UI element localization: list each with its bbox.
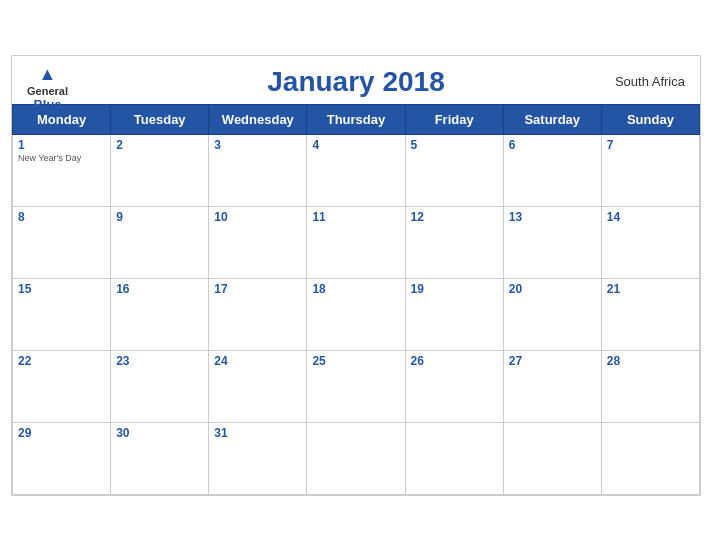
logo-bird-icon: ▲	[39, 64, 57, 85]
col-sunday: Sunday	[601, 104, 699, 134]
col-thursday: Thursday	[307, 104, 405, 134]
calendar-day-cell: 24	[209, 350, 307, 422]
calendar-day-cell: 14	[601, 206, 699, 278]
day-number: 19	[411, 282, 498, 296]
day-number: 25	[312, 354, 399, 368]
logo-general: General	[27, 85, 68, 97]
calendar-day-cell: 29	[13, 422, 111, 494]
day-number: 26	[411, 354, 498, 368]
calendar-day-cell: 7	[601, 134, 699, 206]
calendar-day-cell: 31	[209, 422, 307, 494]
day-number: 5	[411, 138, 498, 152]
calendar-day-cell	[307, 422, 405, 494]
day-number: 11	[312, 210, 399, 224]
calendar-day-cell: 11	[307, 206, 405, 278]
calendar-day-cell: 19	[405, 278, 503, 350]
calendar-day-cell: 21	[601, 278, 699, 350]
calendar-day-cell: 22	[13, 350, 111, 422]
calendar-day-cell: 4	[307, 134, 405, 206]
calendar-day-cell	[405, 422, 503, 494]
day-number: 27	[509, 354, 596, 368]
col-wednesday: Wednesday	[209, 104, 307, 134]
day-number: 12	[411, 210, 498, 224]
day-number: 6	[509, 138, 596, 152]
day-number: 21	[607, 282, 694, 296]
day-number: 17	[214, 282, 301, 296]
day-number: 8	[18, 210, 105, 224]
calendar-day-cell: 20	[503, 278, 601, 350]
day-number: 1	[18, 138, 105, 152]
calendar-day-cell: 18	[307, 278, 405, 350]
day-number: 30	[116, 426, 203, 440]
calendar-week-row: 891011121314	[13, 206, 700, 278]
day-number: 14	[607, 210, 694, 224]
calendar-day-cell: 26	[405, 350, 503, 422]
calendar-day-cell: 15	[13, 278, 111, 350]
day-number: 2	[116, 138, 203, 152]
holiday-label: New Year's Day	[18, 153, 105, 163]
calendar-header-row: Monday Tuesday Wednesday Thursday Friday…	[13, 104, 700, 134]
calendar-day-cell	[503, 422, 601, 494]
calendar-day-cell: 27	[503, 350, 601, 422]
calendar-day-cell: 28	[601, 350, 699, 422]
country-label: South Africa	[615, 74, 685, 89]
calendar-day-cell: 30	[111, 422, 209, 494]
day-number: 28	[607, 354, 694, 368]
calendar-week-row: 293031	[13, 422, 700, 494]
calendar-day-cell: 13	[503, 206, 601, 278]
calendar-day-cell: 3	[209, 134, 307, 206]
day-number: 3	[214, 138, 301, 152]
calendar-day-cell: 1New Year's Day	[13, 134, 111, 206]
day-number: 9	[116, 210, 203, 224]
calendar-day-cell: 8	[13, 206, 111, 278]
day-number: 24	[214, 354, 301, 368]
day-number: 23	[116, 354, 203, 368]
col-tuesday: Tuesday	[111, 104, 209, 134]
calendar-container: ▲ General Blue January 2018 South Africa…	[11, 55, 701, 496]
day-number: 4	[312, 138, 399, 152]
calendar-day-cell: 25	[307, 350, 405, 422]
calendar-header: ▲ General Blue January 2018 South Africa	[12, 56, 700, 104]
calendar-week-row: 15161718192021	[13, 278, 700, 350]
calendar-day-cell: 16	[111, 278, 209, 350]
day-number: 22	[18, 354, 105, 368]
month-title: January 2018	[267, 66, 444, 98]
calendar-body: 1New Year's Day2345678910111213141516171…	[13, 134, 700, 494]
calendar-day-cell: 17	[209, 278, 307, 350]
calendar-day-cell: 6	[503, 134, 601, 206]
col-friday: Friday	[405, 104, 503, 134]
calendar-day-cell: 12	[405, 206, 503, 278]
calendar-day-cell: 9	[111, 206, 209, 278]
calendar-week-row: 1New Year's Day234567	[13, 134, 700, 206]
day-number: 7	[607, 138, 694, 152]
calendar-day-cell: 10	[209, 206, 307, 278]
calendar-day-cell: 2	[111, 134, 209, 206]
calendar-day-cell: 23	[111, 350, 209, 422]
day-number: 31	[214, 426, 301, 440]
day-number: 15	[18, 282, 105, 296]
day-number: 18	[312, 282, 399, 296]
col-saturday: Saturday	[503, 104, 601, 134]
calendar-table: Monday Tuesday Wednesday Thursday Friday…	[12, 104, 700, 495]
calendar-day-cell	[601, 422, 699, 494]
calendar-day-cell: 5	[405, 134, 503, 206]
day-number: 16	[116, 282, 203, 296]
day-number: 10	[214, 210, 301, 224]
day-number: 29	[18, 426, 105, 440]
calendar-week-row: 22232425262728	[13, 350, 700, 422]
day-number: 20	[509, 282, 596, 296]
logo: ▲ General Blue	[27, 64, 68, 112]
logo-blue: Blue	[33, 97, 61, 112]
day-number: 13	[509, 210, 596, 224]
